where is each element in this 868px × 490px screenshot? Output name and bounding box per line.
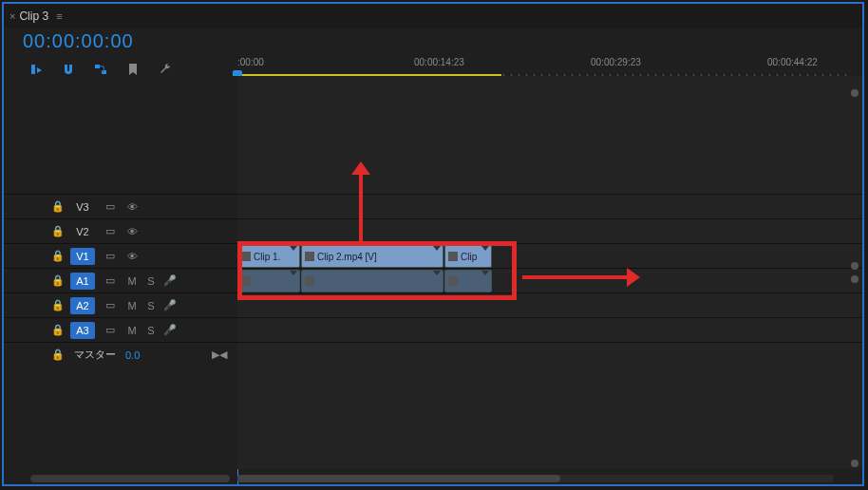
linked-selection-icon[interactable] — [93, 62, 108, 77]
panel-tab-bar: × Clip 3 ≡ — [4, 4, 862, 28]
track-label[interactable]: V3 — [70, 198, 95, 216]
audio-clip[interactable] — [301, 270, 443, 292]
master-label: マスター — [74, 348, 116, 362]
track-header-hscroll[interactable] — [30, 475, 230, 482]
ruler-tick-label: :00:00 — [237, 57, 264, 67]
vscroll-handle-icon[interactable] — [851, 262, 859, 270]
voiceover-mic-icon[interactable]: 🎤 — [163, 274, 177, 288]
clip-label: Clip 2.mp4 [V] — [317, 252, 377, 262]
panel-menu-icon[interactable]: ≡ — [56, 10, 62, 22]
vscroll-handle-icon[interactable] — [851, 275, 859, 283]
track-lane-master[interactable] — [237, 342, 862, 367]
timeline-header: 00:00:00:00 :00:00 00:00:14:23 00:00:29:… — [4, 28, 862, 76]
clip-label: Clip 1. — [254, 252, 280, 262]
voiceover-mic-icon[interactable]: 🎤 — [163, 299, 177, 312]
track-label[interactable]: V2 — [70, 223, 95, 240]
video-track-header[interactable]: 🔒 V1 ▭ 👁 — [4, 243, 237, 268]
sequence-tab-label[interactable]: Clip 3 — [19, 9, 48, 23]
track-lane-v2[interactable] — [237, 218, 862, 243]
mute-button[interactable]: M — [125, 324, 139, 337]
ruler-tick-label: 00:00:29:23 — [591, 57, 641, 67]
video-track-header[interactable]: 🔒 V3 ▭ 👁 — [4, 194, 237, 218]
lock-icon[interactable]: 🔒 — [51, 299, 65, 312]
track-lane-v3[interactable] — [237, 194, 862, 218]
audio-track-header[interactable]: 🔒 A1 ▭ M S 🎤 — [4, 268, 237, 292]
vscroll-handle-icon[interactable] — [851, 89, 859, 97]
video-track-header[interactable]: 🔒 V2 ▭ 👁 — [4, 218, 237, 243]
source-patch-icon[interactable]: ▭ — [101, 248, 120, 265]
track-label[interactable]: A2 — [70, 297, 95, 314]
playhead-timecode[interactable]: 00:00:00:00 — [23, 30, 237, 52]
video-clip[interactable]: Clip 1. — [237, 245, 300, 268]
track-label[interactable]: V1 — [70, 248, 95, 265]
timeline-navigator[interactable] — [237, 475, 834, 482]
lock-icon[interactable]: 🔒 — [51, 225, 65, 238]
source-patch-icon[interactable]: ▭ — [101, 223, 120, 240]
time-ruler[interactable]: :00:00 00:00:14:23 00:00:29:23 00:00:44:… — [237, 55, 853, 78]
lock-icon[interactable]: 🔒 — [51, 250, 65, 263]
tab-close-icon[interactable]: × — [9, 10, 15, 22]
source-patch-icon[interactable]: ▭ — [101, 297, 120, 314]
vscroll-handle-icon[interactable] — [851, 460, 859, 467]
marker-icon[interactable] — [125, 62, 141, 77]
ruler-tick-label: 00:00:44:22 — [767, 57, 818, 67]
track-header-column: 🔒 V3 ▭ 👁 🔒 V2 ▭ 👁 🔒 V1 ▭ 👁 🔒 A1 ▭ — [4, 76, 237, 469]
mute-button[interactable]: M — [125, 274, 139, 288]
clip-label: Clip — [461, 252, 477, 262]
source-patch-icon[interactable]: ▭ — [101, 198, 120, 216]
solo-button[interactable]: S — [144, 299, 158, 312]
mute-button[interactable]: M — [125, 299, 139, 312]
fx-badge-icon — [305, 276, 314, 286]
eye-icon[interactable]: 👁 — [125, 250, 139, 263]
audio-track-header[interactable]: 🔒 A2 ▭ M S 🎤 — [4, 292, 237, 317]
eye-icon[interactable]: 👁 — [125, 225, 139, 238]
solo-button[interactable]: S — [144, 324, 158, 337]
wrench-settings-icon[interactable] — [158, 62, 173, 77]
keyframe-diamond-icon[interactable]: ▶◀ — [213, 349, 226, 362]
track-lane-a2[interactable] — [237, 292, 862, 317]
fx-badge-icon — [241, 276, 251, 286]
ruler-tick-label: 00:00:14:23 — [414, 57, 464, 67]
fx-badge-icon — [241, 252, 251, 261]
snap-magnet-icon[interactable] — [61, 62, 76, 77]
voiceover-mic-icon[interactable]: 🎤 — [163, 324, 177, 337]
track-label[interactable]: A3 — [70, 322, 95, 339]
fx-badge-icon — [448, 252, 458, 261]
track-lane-a1[interactable] — [237, 268, 862, 292]
lock-icon[interactable]: 🔒 — [51, 274, 65, 288]
fx-badge-icon — [448, 276, 458, 286]
source-patch-icon[interactable]: ▭ — [101, 273, 120, 290]
lock-icon[interactable]: 🔒 — [51, 200, 65, 214]
video-clip[interactable]: Clip 2.mp4 [V] — [301, 245, 443, 268]
timeline-body: 🔒 V3 ▭ 👁 🔒 V2 ▭ 👁 🔒 V1 ▭ 👁 🔒 A1 ▭ — [4, 76, 862, 469]
master-track-header[interactable]: 🔒 マスター 0.0 ▶◀ — [4, 342, 237, 367]
video-clip[interactable]: Clip — [444, 245, 492, 268]
track-lane-a3[interactable] — [237, 317, 862, 342]
audio-track-header[interactable]: 🔒 A3 ▭ M S 🎤 — [4, 317, 237, 342]
lock-icon[interactable]: 🔒 — [51, 324, 65, 337]
timeline-panel: × Clip 3 ≡ 00:00:00:00 :00:00 00:00:14:2… — [2, 2, 864, 486]
source-patch-icon[interactable]: ▭ — [101, 322, 120, 339]
fx-badge-icon — [305, 252, 314, 261]
solo-button[interactable]: S — [144, 274, 158, 288]
lock-icon[interactable]: 🔒 — [51, 349, 65, 362]
insert-overwrite-icon[interactable] — [28, 62, 44, 77]
timeline-tool-row — [23, 62, 237, 77]
navigator-thumb[interactable] — [237, 475, 560, 482]
svg-rect-0 — [95, 65, 100, 68]
audio-clip[interactable] — [237, 270, 300, 292]
track-label[interactable]: A1 — [70, 273, 95, 290]
track-lane-v1[interactable]: Clip 1. Clip 2.mp4 [V] Clip — [237, 243, 862, 268]
timeline-tracks-area[interactable]: Clip 1. Clip 2.mp4 [V] Clip — [237, 76, 862, 469]
audio-clip[interactable] — [444, 270, 492, 292]
eye-icon[interactable]: 👁 — [125, 200, 139, 214]
master-volume-value[interactable]: 0.0 — [125, 349, 140, 361]
